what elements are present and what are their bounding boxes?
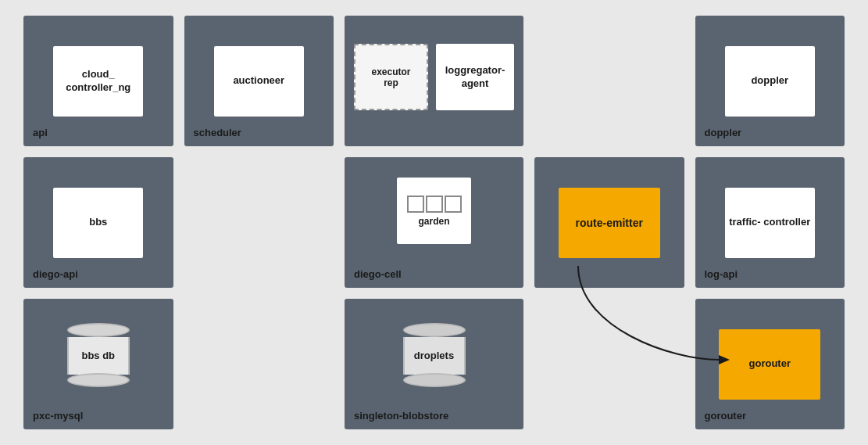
loggregator-agent-box: loggregator-agent — [436, 44, 514, 110]
auctioneer-label: auctioneer — [233, 74, 284, 88]
auctioneer-box: auctioneer — [214, 46, 304, 117]
doppler-label: doppler — [705, 127, 742, 138]
executor-rep-box: executor rep — [354, 44, 428, 110]
doppler-box: doppler — [725, 46, 815, 117]
cell-diego-api: bbs diego-api — [23, 157, 173, 288]
db-top — [67, 323, 130, 337]
droplets-db-body: droplets — [403, 337, 466, 375]
diagram: cloud_ controller_ng api auctioneer sche… — [0, 0, 868, 445]
diego-cell-label: diego-cell — [354, 268, 402, 280]
garden-containers — [407, 196, 462, 213]
gorouter-box: gorouter — [719, 329, 820, 400]
pxc-mysql-label: pxc-mysql — [33, 410, 83, 422]
db-bottom — [67, 373, 130, 387]
route-emitter-box: route-emitter — [559, 188, 660, 258]
cell-gorouter: gorouter gorouter — [695, 299, 845, 429]
cell-pxc-mysql: bbs db pxc-mysql — [23, 299, 173, 429]
executor-label: executor — [371, 66, 410, 77]
scheduler-label: scheduler — [194, 127, 241, 138]
cell-empty-col4-row3 — [534, 299, 684, 429]
garden-label: garden — [418, 216, 449, 227]
cell-scheduler: auctioneer scheduler — [184, 16, 334, 146]
traffic-controller-box: traffic- controller — [725, 188, 815, 258]
cloud-controller-box: cloud_ controller_ng — [53, 46, 143, 117]
garden-box: garden — [397, 178, 471, 244]
bbs-box: bbs — [53, 188, 143, 258]
cell-empty-col2-row2 — [184, 157, 334, 288]
log-api-label: log-api — [705, 268, 738, 280]
cell-empty-col4-row1 — [534, 16, 684, 146]
droplets-db-top — [403, 323, 466, 337]
container-2 — [426, 196, 443, 213]
gorouter-label: gorouter — [749, 357, 791, 371]
droplets-db-bottom — [403, 373, 466, 387]
container-1 — [407, 196, 424, 213]
loggregator-agent-label: loggregator-agent — [445, 64, 505, 91]
container-3 — [445, 196, 462, 213]
cell-col3-row1: executor rep loggregator-agent — [345, 16, 523, 146]
cell-api: cloud_ controller_ng api — [23, 16, 173, 146]
grid: cloud_ controller_ng api auctioneer sche… — [23, 16, 845, 429]
route-emitter-label: route-emitter — [576, 217, 643, 229]
gorouter-cell-label: gorouter — [705, 410, 746, 422]
cell-log-api: traffic- controller log-api — [695, 157, 845, 288]
rep-label: rep — [384, 77, 398, 88]
api-label: api — [33, 127, 48, 138]
cell-route-emitter-wrapper: route-emitter — [534, 157, 684, 288]
cell-doppler: doppler doppler — [695, 16, 845, 146]
droplets-cylinder: droplets — [403, 323, 466, 387]
bbs-db-cylinder: bbs db — [67, 323, 130, 387]
singleton-blobstore-label: singleton-blobstore — [354, 410, 448, 422]
diego-cell-inner: garden — [354, 167, 514, 278]
db-body-text: bbs db — [67, 337, 130, 375]
diego-api-label: diego-api — [33, 268, 78, 280]
traffic-controller-label: traffic- controller — [729, 216, 810, 229]
executor-loggregator-row: executor rep loggregator-agent — [354, 44, 514, 110]
cell-singleton-blobstore: droplets singleton-blobstore — [345, 299, 523, 429]
cell-empty-col2-row3 — [184, 299, 334, 429]
doppler-inner-label: doppler — [751, 74, 788, 88]
cloud-controller-label: cloud_ controller_ng — [55, 68, 141, 95]
cell-diego-cell: garden diego-cell — [345, 157, 523, 288]
bbs-label: bbs — [89, 216, 107, 229]
